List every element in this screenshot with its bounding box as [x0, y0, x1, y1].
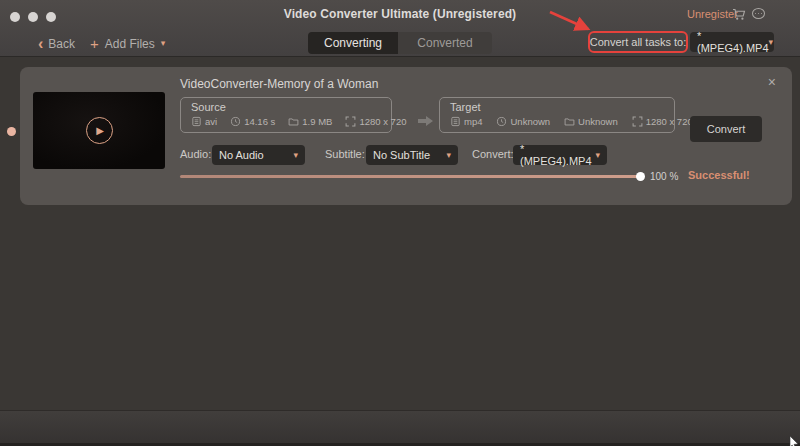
file-icon — [450, 116, 461, 127]
cart-icon[interactable] — [732, 7, 746, 25]
audio-label: Audio: — [180, 148, 211, 160]
source-resolution: 1280 x 720 — [345, 116, 406, 127]
source-size: 1.9 MB — [288, 116, 332, 127]
play-icon[interactable]: ▶ — [86, 117, 113, 144]
footer-bar: Outputs: /Users//Documents/com.dumpmedia… — [0, 410, 800, 446]
feedback-icon[interactable] — [752, 8, 765, 19]
source-duration: 14.16 s — [230, 116, 275, 127]
add-files-label: Add Files — [105, 37, 155, 51]
global-format-value: *(MPEG4).MP4 — [697, 30, 769, 54]
progress-bar — [180, 175, 640, 178]
clock-icon — [496, 116, 507, 127]
target-info-box: Target mp4 Unknown Unknown 1280 x 720 — [439, 97, 675, 133]
target-duration: Unknown — [496, 116, 550, 127]
close-icon[interactable]: × — [768, 75, 776, 89]
caret-down-icon: ▾ — [293, 151, 298, 160]
global-format-dropdown[interactable]: *(MPEG4).MP4 ▾ — [690, 32, 774, 52]
video-thumbnail[interactable]: ▶ — [33, 92, 165, 169]
window-chrome: Video Converter Ultimate (Unregistered) … — [0, 0, 800, 57]
convert-button[interactable]: Convert — [690, 116, 762, 142]
target-format: mp4 — [450, 116, 482, 127]
target-label: Target — [450, 101, 664, 113]
back-chevron-icon: ‹ — [38, 36, 43, 52]
arrow-right-icon — [418, 113, 434, 131]
status-text: Successful! — [688, 169, 750, 181]
subtitle-label: Subtitle: — [325, 148, 365, 160]
caret-down-icon: ▾ — [769, 38, 774, 47]
task-card: ▶ VideoConverter-Memory of a Woman × Sou… — [20, 67, 792, 205]
tab-converted[interactable]: Converted — [398, 32, 492, 54]
convert-all-tasks-annotation: Convert all tasks to: — [588, 31, 688, 53]
back-button[interactable]: ‹ Back — [38, 36, 75, 52]
task-title: VideoConverter-Memory of a Woman — [180, 77, 378, 91]
convert-format-dropdown[interactable]: *(MPEG4).MP4 ▾ — [513, 145, 607, 165]
file-icon — [191, 116, 202, 127]
mouse-cursor-icon — [789, 436, 799, 446]
convert-format-label: Convert: — [472, 148, 514, 160]
add-files-button[interactable]: + Add Files ▾ — [90, 36, 165, 51]
caret-down-icon: ▾ — [446, 151, 451, 160]
caret-down-icon: ▾ — [595, 151, 600, 160]
folder-icon — [288, 116, 299, 127]
subtitle-value: No SubTitle — [373, 149, 430, 161]
task-select-dot[interactable] — [7, 127, 16, 136]
progress-percent: 100 % — [650, 171, 678, 182]
play-glyph: ▶ — [96, 125, 104, 136]
plus-icon: + — [90, 36, 99, 51]
convert-format-value: *(MPEG4).MP4 — [520, 143, 595, 167]
target-resolution: 1280 x 720 — [632, 116, 693, 127]
clock-icon — [230, 116, 241, 127]
audio-value: No Audio — [219, 149, 264, 161]
subtitle-dropdown[interactable]: No SubTitle ▾ — [366, 145, 458, 165]
source-label: Source — [191, 101, 381, 113]
audio-dropdown[interactable]: No Audio ▾ — [212, 145, 305, 165]
resolution-icon — [632, 116, 643, 127]
caret-down-icon: ▾ — [161, 39, 166, 48]
convert-all-tasks-label: Convert all tasks to: — [590, 36, 687, 48]
back-label: Back — [48, 37, 75, 51]
progress-thumb[interactable] — [636, 172, 645, 181]
window-title: Video Converter Ultimate (Unregistered) — [0, 7, 800, 21]
folder-icon — [564, 116, 575, 127]
resolution-icon — [345, 116, 356, 127]
target-size: Unknown — [564, 116, 618, 127]
tab-converting[interactable]: Converting — [308, 32, 398, 54]
unregister-link[interactable]: Unregister — [687, 8, 738, 20]
source-info-box: Source avi 14.16 s 1.9 MB 1280 x 720 — [180, 97, 392, 133]
source-format: avi — [191, 116, 217, 127]
